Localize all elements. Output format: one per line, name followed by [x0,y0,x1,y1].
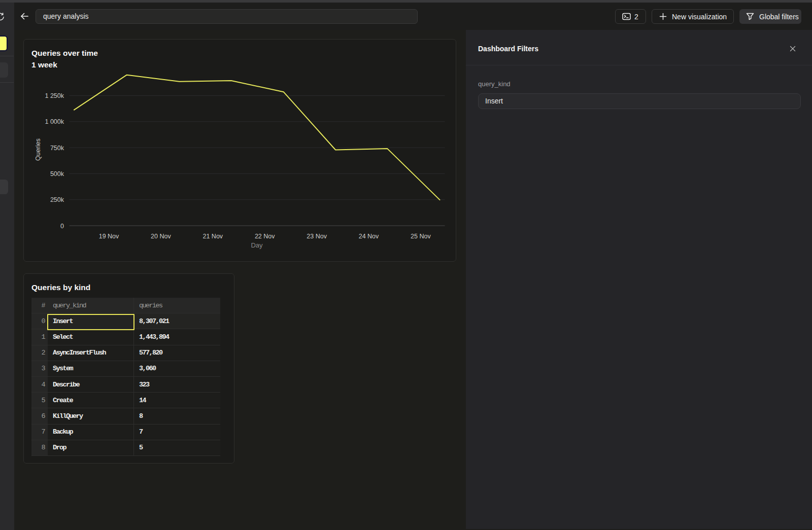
svg-text:24 Nov: 24 Nov [359,233,379,240]
svg-text:20 Nov: 20 Nov [151,233,171,240]
svg-text:750k: 750k [50,145,64,152]
svg-text:19 Nov: 19 Nov [99,233,119,240]
svg-text:0: 0 [60,223,64,230]
svg-text:21 Nov: 21 Nov [202,233,223,240]
svg-text:250k: 250k [50,196,64,203]
svg-text:Day: Day [251,241,263,249]
svg-text:500k: 500k [50,170,64,178]
svg-text:22 Nov: 22 Nov [255,233,275,240]
svg-text:1 250k: 1 250k [45,92,64,99]
svg-text:23 Nov: 23 Nov [307,233,327,240]
svg-text:25 Nov: 25 Nov [411,233,431,240]
svg-text:1 000k: 1 000k [45,118,64,125]
svg-text:Queries: Queries [35,138,42,161]
